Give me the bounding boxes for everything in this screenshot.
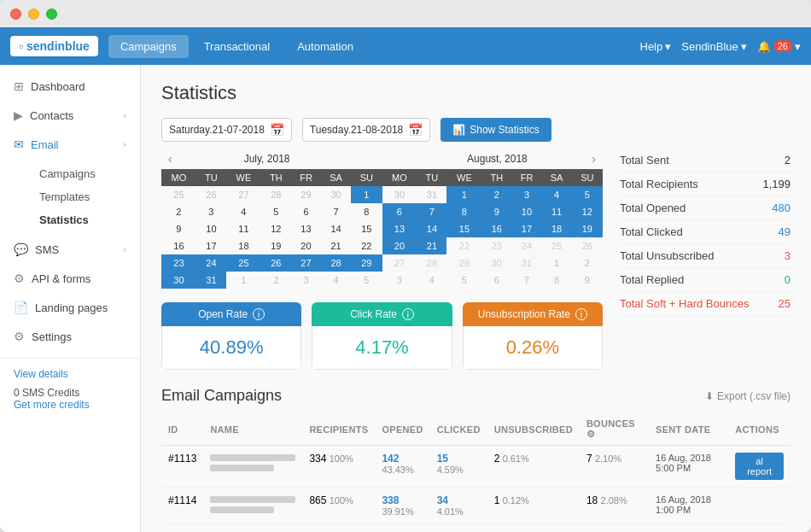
july-day[interactable]: 23 — [161, 254, 196, 272]
sidebar-item-landing[interactable]: 📄 Landing pages — [0, 293, 140, 322]
july-day[interactable]: 10 — [196, 220, 226, 237]
july-day[interactable]: 17 — [196, 237, 226, 254]
july-day[interactable]: 25 — [161, 186, 196, 203]
july-day[interactable]: 21 — [321, 237, 351, 254]
sidebar-sub-statistics[interactable]: Statistics — [32, 208, 140, 231]
july-day[interactable]: 26 — [261, 254, 291, 272]
aug-day[interactable]: 8 — [542, 272, 572, 289]
aug-day[interactable]: 23 — [481, 237, 511, 254]
july-day[interactable]: 22 — [351, 237, 382, 254]
aug-day[interactable]: 17 — [511, 220, 541, 237]
aug-day[interactable]: 1 — [542, 254, 572, 272]
july-day[interactable]: 20 — [291, 237, 321, 254]
nav-transactional[interactable]: Transactional — [192, 35, 283, 58]
aug-day[interactable]: 25 — [542, 237, 572, 254]
sidebar-item-contacts[interactable]: ▶ Contacts › — [0, 101, 140, 130]
maximize-btn[interactable] — [46, 9, 57, 20]
sidebar-item-sms[interactable]: 💬 SMS › — [0, 235, 140, 264]
prev-month-btn[interactable]: ‹ — [168, 152, 172, 166]
sidebar-item-dashboard[interactable]: ⊞ Dashboard — [0, 72, 140, 101]
aug-day[interactable]: 9 — [481, 203, 511, 220]
aug-day[interactable]: 18 — [542, 220, 572, 237]
aug-day[interactable]: 2 — [481, 186, 511, 203]
nav-automation[interactable]: Automation — [285, 35, 365, 58]
july-day[interactable]: 12 — [261, 220, 291, 237]
july-day[interactable]: 16 — [161, 237, 196, 254]
sidebar-sub-campaigns[interactable]: Campaigns — [32, 162, 140, 185]
aug-day[interactable]: 10 — [511, 203, 541, 220]
july-day[interactable]: 30 — [161, 272, 196, 289]
aug-day[interactable]: 27 — [382, 254, 417, 272]
notifications[interactable]: 🔔 26 ▾ — [757, 40, 801, 53]
july-day[interactable]: 14 — [321, 220, 351, 237]
aug-day[interactable]: 24 — [511, 237, 541, 254]
july-day[interactable]: 1 — [351, 186, 382, 203]
get-credits-link[interactable]: Get more credits — [14, 399, 90, 411]
next-month-btn[interactable]: › — [592, 152, 596, 166]
july-day[interactable]: 27 — [226, 186, 261, 203]
aug-day[interactable]: 4 — [542, 186, 572, 203]
aug-day[interactable]: 19 — [572, 220, 603, 237]
july-day[interactable]: 5 — [261, 203, 291, 220]
help-menu[interactable]: Help ▾ — [640, 40, 672, 53]
aug-day[interactable]: 8 — [446, 203, 481, 220]
start-date-input[interactable]: Saturday.21-07-2018 📅 — [161, 118, 292, 142]
july-day[interactable]: 19 — [261, 237, 291, 254]
aug-day[interactable]: 29 — [446, 254, 481, 272]
aug-day[interactable]: 6 — [382, 203, 417, 220]
aug-day[interactable]: 20 — [382, 237, 417, 254]
july-day[interactable]: 3 — [291, 272, 321, 289]
aug-day[interactable]: 15 — [446, 220, 481, 237]
aug-day[interactable]: 11 — [542, 203, 572, 220]
minimize-btn[interactable] — [28, 9, 39, 20]
aug-day[interactable]: 7 — [511, 272, 541, 289]
export-link[interactable]: ⬇ Export (.csv file) — [705, 390, 791, 402]
july-day[interactable]: 29 — [351, 254, 382, 272]
view-details-link[interactable]: View details — [14, 368, 68, 380]
aug-day[interactable]: 13 — [382, 220, 417, 237]
july-day[interactable]: 7 — [321, 203, 351, 220]
aug-day[interactable]: 26 — [572, 237, 603, 254]
aug-day[interactable]: 7 — [417, 203, 446, 220]
account-menu[interactable]: SendinBlue ▾ — [681, 40, 747, 53]
aug-day[interactable]: 30 — [382, 186, 417, 203]
aug-day[interactable]: 16 — [481, 220, 511, 237]
aug-day[interactable]: 31 — [417, 186, 446, 203]
july-day[interactable]: 6 — [291, 203, 321, 220]
nav-campaigns[interactable]: Campaigns — [108, 35, 189, 58]
july-day[interactable]: 18 — [226, 237, 261, 254]
july-day[interactable]: 5 — [351, 272, 382, 289]
july-day[interactable]: 24 — [196, 254, 226, 272]
july-day[interactable]: 3 — [196, 203, 226, 220]
july-day[interactable]: 1 — [226, 272, 261, 289]
end-date-input[interactable]: Tuesday.21-08-2018 📅 — [302, 118, 430, 142]
aug-day[interactable]: 9 — [572, 272, 603, 289]
july-day[interactable]: 27 — [291, 254, 321, 272]
july-day[interactable]: 31 — [196, 272, 226, 289]
july-day[interactable]: 30 — [321, 186, 351, 203]
sidebar-item-api[interactable]: ⚙ API & forms — [0, 264, 140, 293]
july-day[interactable]: 4 — [226, 203, 261, 220]
july-day[interactable]: 9 — [161, 220, 196, 237]
aug-day[interactable]: 5 — [446, 272, 481, 289]
aug-day[interactable]: 4 — [417, 272, 446, 289]
july-day[interactable]: 28 — [261, 186, 291, 203]
july-day[interactable]: 28 — [321, 254, 351, 272]
july-day[interactable]: 29 — [291, 186, 321, 203]
aug-day[interactable]: 14 — [417, 220, 446, 237]
aug-day[interactable]: 5 — [572, 186, 603, 203]
sidebar-item-email[interactable]: ✉ Email › — [0, 130, 140, 159]
show-stats-button[interactable]: 📊 Show Statistics — [441, 118, 551, 142]
aug-day[interactable]: 12 — [572, 203, 603, 220]
july-day[interactable]: 26 — [196, 186, 226, 203]
aug-day[interactable]: 30 — [481, 254, 511, 272]
july-day[interactable]: 13 — [291, 220, 321, 237]
aug-day[interactable]: 28 — [417, 254, 446, 272]
aug-day[interactable]: 31 — [511, 254, 541, 272]
july-day[interactable]: 15 — [351, 220, 382, 237]
july-day[interactable]: 8 — [351, 203, 382, 220]
july-day[interactable]: 4 — [321, 272, 351, 289]
aug-day[interactable]: 6 — [481, 272, 511, 289]
aug-day[interactable]: 3 — [382, 272, 417, 289]
july-day[interactable]: 2 — [261, 272, 291, 289]
